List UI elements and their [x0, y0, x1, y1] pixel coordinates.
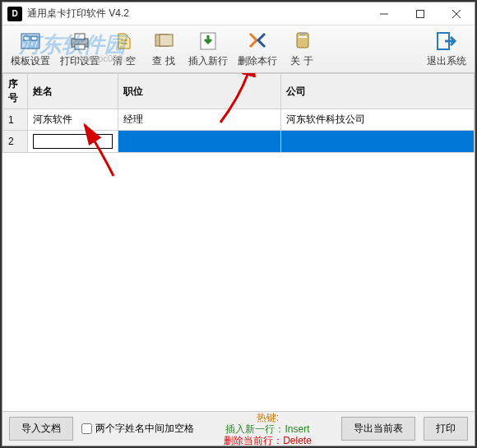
delete-row-icon [246, 30, 269, 53]
template-icon [19, 30, 42, 53]
header-name[interactable]: 姓名 [28, 74, 118, 109]
svg-rect-9 [75, 44, 85, 49]
svg-rect-5 [24, 36, 30, 40]
header-company[interactable]: 公司 [281, 74, 475, 109]
name-input[interactable] [33, 134, 113, 149]
cell-name[interactable]: 河东软件 [28, 109, 118, 131]
svg-rect-17 [300, 32, 305, 35]
toolbar: 河东软件园 www.pc059.cn 模板设置 打印设置 清 空 查 找 插入新… [2, 25, 475, 73]
table-header-row: 序号 姓名 职位 公司 [3, 74, 475, 109]
cell-position[interactable]: 经理 [118, 109, 281, 131]
svg-rect-8 [75, 34, 85, 39]
search-icon [152, 30, 175, 53]
header-position[interactable]: 职位 [118, 74, 281, 109]
cell-position[interactable] [118, 131, 281, 153]
exit-label: 退出系统 [427, 54, 466, 68]
insert-row-icon [197, 30, 220, 53]
cell-company[interactable]: 河东软件科技公司 [281, 109, 475, 131]
exit-button[interactable]: 退出系统 [422, 27, 471, 72]
svg-rect-13 [160, 35, 173, 46]
insert-row-label: 插入新行 [188, 54, 228, 68]
table-row[interactable]: 2 [3, 131, 475, 153]
window-controls [366, 2, 475, 25]
hotkey-title: 热键: [202, 412, 333, 423]
hotkey-hints: 热键: 插入新一行：Insert 删除当前行：Delete [202, 412, 333, 446]
search-button[interactable]: 查 找 [144, 27, 183, 72]
window-title: 通用桌卡打印软件 V4.2 [27, 7, 366, 21]
spacing-checkbox-label[interactable]: 两个字姓名中间加空格 [81, 422, 194, 436]
clear-button[interactable]: 清 空 [104, 27, 144, 72]
import-button[interactable]: 导入文档 [9, 417, 73, 441]
export-button[interactable]: 导出当前表 [341, 417, 415, 441]
svg-rect-6 [31, 36, 37, 40]
data-table[interactable]: 序号 姓名 职位 公司 1 河东软件 经理 河东软件科技公司 2 [2, 73, 475, 153]
template-settings-button[interactable]: 模板设置 [6, 27, 55, 72]
cell-seq: 2 [3, 131, 28, 153]
svg-rect-16 [299, 36, 307, 38]
print-button[interactable]: 打印 [424, 417, 468, 441]
cell-seq: 1 [3, 109, 28, 131]
about-icon [290, 30, 313, 53]
footer-bar: 导入文档 两个字姓名中间加空格 热键: 插入新一行：Insert 删除当前行：D… [2, 411, 475, 446]
close-button[interactable] [438, 2, 475, 25]
template-label: 模板设置 [11, 54, 50, 68]
header-seq[interactable]: 序号 [3, 74, 28, 109]
search-label: 查 找 [152, 54, 174, 68]
print-settings-button[interactable]: 打印设置 [55, 27, 104, 72]
cell-name-editing[interactable] [28, 131, 118, 153]
hotkey-insert: 插入新一行：Insert [225, 423, 309, 435]
hotkey-delete: 删除当前行：Delete [224, 435, 312, 446]
app-icon: D [7, 7, 22, 21]
delete-row-label: 删除本行 [238, 54, 277, 68]
cell-company[interactable] [281, 131, 475, 153]
minimize-button[interactable] [366, 2, 402, 25]
titlebar: D 通用桌卡打印软件 V4.2 [2, 2, 475, 25]
exit-icon [435, 30, 458, 53]
about-label: 关 于 [290, 54, 313, 68]
print-settings-label: 打印设置 [60, 54, 100, 68]
clear-icon [113, 30, 136, 53]
delete-row-button[interactable]: 删除本行 [233, 27, 282, 72]
clear-label: 清 空 [113, 54, 135, 68]
print-settings-icon [68, 30, 91, 53]
about-button[interactable]: 关 于 [282, 27, 322, 72]
data-grid-area: 序号 姓名 职位 公司 1 河东软件 经理 河东软件科技公司 2 [2, 73, 475, 411]
insert-row-button[interactable]: 插入新行 [183, 27, 233, 72]
maximize-button[interactable] [402, 2, 438, 25]
svg-rect-1 [417, 10, 424, 17]
spacing-checkbox-text: 两个字姓名中间加空格 [95, 422, 194, 436]
table-row[interactable]: 1 河东软件 经理 河东软件科技公司 [3, 109, 475, 131]
spacing-checkbox[interactable] [81, 423, 92, 434]
app-window: D 通用桌卡打印软件 V4.2 河东软件园 www.pc059.cn 模板设置 … [2, 2, 475, 446]
